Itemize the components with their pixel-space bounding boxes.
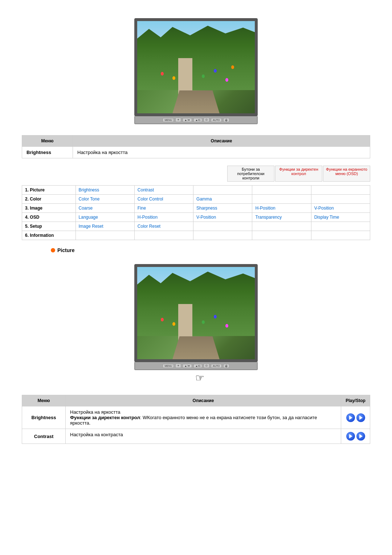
osd-data-cell xyxy=(193,231,252,240)
osd-data-cell xyxy=(75,231,134,240)
bottom-table-col-play: Play/Stop xyxy=(341,395,370,406)
input-button-1[interactable]: ⊡ xyxy=(204,118,209,122)
contrast-play-button-2[interactable] xyxy=(356,432,365,441)
menu-item-contrast: Contrast xyxy=(22,429,66,444)
osd-data-cell: Color Tone xyxy=(75,195,134,204)
auto-button-2[interactable]: AUTO xyxy=(211,364,221,368)
brightness-play-buttons xyxy=(346,413,366,422)
circle-icon xyxy=(51,248,55,252)
table1-col-desc: Описание xyxy=(73,135,370,147)
osd-menu-cell: 2. Color xyxy=(22,195,76,204)
monitor-frame-2 xyxy=(134,264,258,362)
osd-table-row: 5. SetupImage ResetColor Reset xyxy=(22,222,370,231)
osd-data-cell xyxy=(193,186,252,195)
brightness-desc-normal: Настройка на яркостта xyxy=(70,409,120,415)
input-button-2[interactable]: ⊡ xyxy=(204,364,209,368)
menu-button-1[interactable]: MENU xyxy=(163,118,174,122)
menu-item-brightness2: Brightness xyxy=(22,406,66,429)
brightness-icon-2[interactable]: ☀ xyxy=(175,364,181,368)
adjust-button-1[interactable]: ▲/G xyxy=(193,118,202,122)
table-row: Brightness Настройка на яркостта xyxy=(22,147,370,158)
osd-data-cell xyxy=(252,231,311,240)
osd-data-cell xyxy=(252,186,311,195)
osd-data-cell: Sharpness xyxy=(193,204,252,213)
brightness-icon-1[interactable]: ☀ xyxy=(175,118,181,122)
osd-data-cell: V-Position xyxy=(311,204,370,213)
play-button-2[interactable] xyxy=(356,413,365,422)
contrast-play-cell xyxy=(341,429,370,444)
osd-menu-cell: 3. Image xyxy=(22,204,76,213)
brightness-table-2: Меню Описание Play/Stop Brightness Настр… xyxy=(22,395,370,444)
osd-header-label-1: Бутони за потребителски контроли xyxy=(237,167,265,180)
monitor-controls-1: MENU ☀ ▲/▼ ▲/G ⊡ AUTO ⏻ xyxy=(134,116,258,124)
monitor-frame-1 xyxy=(134,18,258,116)
osd-section: Бутони за потребителски контроли Функции… xyxy=(22,166,370,240)
contrast-play-buttons xyxy=(346,432,366,441)
brightness-table-1: Меню Описание Brightness Настройка на яр… xyxy=(22,135,370,158)
nav-button-1[interactable]: ▲/▼ xyxy=(183,118,192,122)
table-row: Contrast Настройка на контраста xyxy=(22,429,370,444)
osd-table: 1. PictureBrightnessContrast2. ColorColo… xyxy=(22,185,370,240)
menu-desc-contrast: Настройка на контраста xyxy=(66,429,341,444)
table1-col-menu: Меню xyxy=(22,135,73,147)
picture-heading-label: Picture xyxy=(57,247,74,253)
contrast-play-icon-2 xyxy=(359,434,363,438)
osd-data-cell xyxy=(252,222,311,231)
osd-data-cell: Language xyxy=(75,213,134,222)
osd-data-cell xyxy=(134,231,193,240)
osd-menu-cell: 6. Information xyxy=(22,231,76,240)
monitor-controls-2: MENU ☀ ▲/▼ ▲/G ⊡ AUTO ⏻ xyxy=(134,362,258,370)
play-icon-2 xyxy=(359,416,363,420)
menu-item-brightness: Brightness xyxy=(22,147,73,158)
cursor-icon: ☞ xyxy=(195,372,204,384)
osd-menu-cell: 4. OSD xyxy=(22,213,76,222)
auto-button-1[interactable]: AUTO xyxy=(211,118,221,122)
contrast-play-icon-1 xyxy=(349,434,352,438)
osd-data-cell xyxy=(311,195,370,204)
osd-table-row: 3. ImageCoarseFineSharpnessH-PositionV-P… xyxy=(22,204,370,213)
osd-data-cell: Brightness xyxy=(75,186,134,195)
osd-data-cell: Fine xyxy=(134,204,193,213)
monitor-screen-2 xyxy=(137,267,255,359)
osd-table-row: 6. Information xyxy=(22,231,370,240)
monitor-display-2: MENU ☀ ▲/▼ ▲/G ⊡ AUTO ⏻ ☞ xyxy=(22,264,370,384)
osd-data-cell: H-Position xyxy=(252,204,311,213)
bottom-table: Меню Описание Play/Stop Brightness Настр… xyxy=(22,395,370,444)
osd-data-cell xyxy=(311,231,370,240)
contrast-play-button-1[interactable] xyxy=(346,432,355,441)
monitor-screen-1 xyxy=(137,21,255,113)
play-button-1[interactable] xyxy=(346,413,355,422)
osd-data-cell: Transparency xyxy=(252,213,311,222)
osd-data-cell xyxy=(311,186,370,195)
picture-heading: Picture xyxy=(51,247,370,253)
osd-menu-cell: 1. Picture xyxy=(22,186,76,195)
brightness-play-cell xyxy=(341,406,370,429)
menu-desc-brightness: Настройка на яркостта xyxy=(73,147,370,158)
osd-data-cell: Contrast xyxy=(134,186,193,195)
brightness-desc-bold: Функции за директен контрол xyxy=(70,415,140,420)
table-row: Brightness Настройка на яркостта Функции… xyxy=(22,406,370,429)
osd-data-cell xyxy=(252,195,311,204)
osd-data-cell: Coarse xyxy=(75,204,134,213)
osd-header-label-3: Функции на екранното меню (OSD) xyxy=(326,167,367,176)
menu-desc-brightness2: Настройка на яркостта Функции за директе… xyxy=(66,406,341,429)
osd-data-cell: Display Time xyxy=(311,213,370,222)
bottom-table-col-desc: Описание xyxy=(66,395,341,406)
nav-button-2[interactable]: ▲/▼ xyxy=(183,364,192,368)
osd-data-cell xyxy=(311,222,370,231)
power-button-2[interactable]: ⏻ xyxy=(223,364,229,368)
osd-data-cell: Gamma xyxy=(193,195,252,204)
osd-data-cell xyxy=(193,222,252,231)
menu-button-2[interactable]: MENU xyxy=(163,364,174,368)
osd-table-row: 4. OSDLanguageH-PositionV-PositionTransp… xyxy=(22,213,370,222)
adjust-button-2[interactable]: ▲/G xyxy=(193,364,202,368)
bottom-table-col-menu: Меню xyxy=(22,395,66,406)
osd-table-row: 1. PictureBrightnessContrast xyxy=(22,186,370,195)
play-icon-1 xyxy=(349,416,352,420)
power-button-1[interactable]: ⏻ xyxy=(223,118,229,122)
osd-data-cell: H-Position xyxy=(134,213,193,222)
osd-menu-cell: 5. Setup xyxy=(22,222,76,231)
monitor-display-1: MENU ☀ ▲/▼ ▲/G ⊡ AUTO ⏻ xyxy=(22,18,370,124)
osd-data-cell: Color Control xyxy=(134,195,193,204)
osd-data-cell: Image Reset xyxy=(75,222,134,231)
